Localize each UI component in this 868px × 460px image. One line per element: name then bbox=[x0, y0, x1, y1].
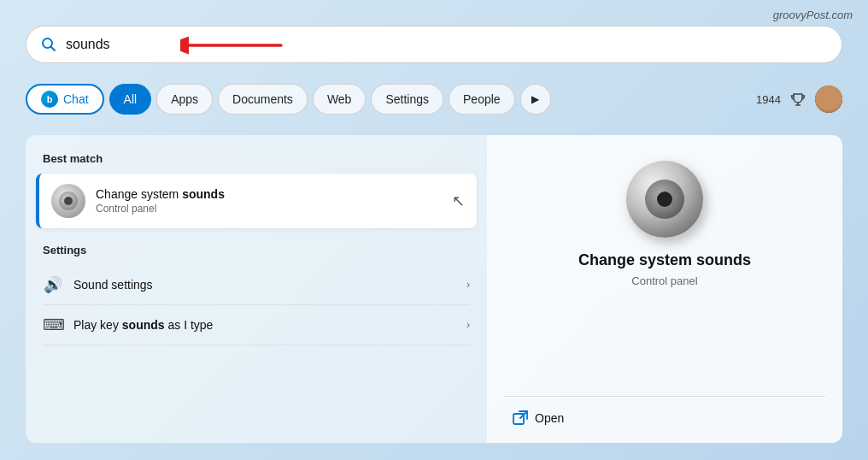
play-key-sounds-text: Play key sounds as I type bbox=[73, 318, 213, 332]
tab-people-label: People bbox=[463, 92, 501, 106]
tab-web-label: Web bbox=[327, 92, 352, 106]
notification-badge: 1944 bbox=[756, 93, 781, 106]
search-bar bbox=[26, 26, 842, 63]
open-label: Open bbox=[535, 411, 564, 425]
svg-line-1 bbox=[51, 47, 56, 51]
chevron-right-icon-1: › bbox=[466, 279, 470, 291]
preview-subtitle: Control panel bbox=[631, 274, 697, 287]
tab-apps[interactable]: Apps bbox=[156, 84, 213, 115]
tab-all[interactable]: All bbox=[109, 84, 152, 115]
tab-people[interactable]: People bbox=[449, 84, 515, 115]
settings-item-play-key-left: ⌨ Play key sounds as I type bbox=[43, 316, 213, 334]
settings-item-sound-left: 🔊 Sound settings bbox=[43, 275, 153, 294]
preview-inner-dot bbox=[657, 192, 672, 207]
settings-item-play-key[interactable]: ⌨ Play key sounds as I type › bbox=[43, 305, 470, 345]
sound-settings-icon: 🔊 bbox=[43, 275, 63, 294]
cursor-indicator: ↖ bbox=[452, 192, 465, 210]
trophy-icon bbox=[789, 91, 806, 108]
tab-documents[interactable]: Documents bbox=[218, 84, 308, 115]
main-content: Best match Change system sounds Control … bbox=[26, 135, 842, 443]
left-panel: Best match Change system sounds Control … bbox=[26, 135, 487, 443]
match-text: Change system sounds Control panel bbox=[96, 187, 442, 215]
match-title: Change system sounds bbox=[96, 187, 442, 201]
best-match-item[interactable]: Change system sounds Control panel ↖ bbox=[36, 174, 477, 228]
tabs-more-icon: ▶ bbox=[531, 93, 539, 105]
tabs-more-button[interactable]: ▶ bbox=[520, 84, 551, 115]
tab-apps-label: Apps bbox=[171, 92, 198, 106]
search-icon bbox=[40, 36, 57, 53]
settings-section: Settings 🔊 Sound settings › ⌨ Play key s… bbox=[26, 244, 487, 345]
tab-chat[interactable]: b Chat bbox=[26, 84, 104, 115]
tab-documents-label: Documents bbox=[232, 92, 293, 106]
preview-icon-large bbox=[626, 161, 703, 238]
avatar[interactable] bbox=[815, 86, 842, 113]
settings-section-label: Settings bbox=[43, 244, 470, 265]
open-external-icon bbox=[513, 410, 528, 426]
preview-divider bbox=[504, 396, 825, 397]
settings-item-sound[interactable]: 🔊 Sound settings › bbox=[43, 265, 470, 305]
tab-web[interactable]: Web bbox=[313, 84, 367, 115]
best-match-label: Best match bbox=[26, 152, 487, 174]
open-button[interactable]: Open bbox=[504, 410, 572, 426]
right-panel: Change system sounds Control panel Open bbox=[487, 135, 842, 443]
tab-settings-label: Settings bbox=[385, 92, 429, 106]
match-title-prefix: Change system bbox=[96, 187, 182, 201]
match-title-bold: sounds bbox=[182, 187, 225, 201]
system-sounds-icon bbox=[51, 184, 85, 218]
match-subtitle: Control panel bbox=[96, 203, 442, 215]
tab-chat-label: Chat bbox=[63, 92, 89, 106]
bing-chat-icon: b bbox=[41, 91, 58, 108]
tabs-right-area: 1944 bbox=[756, 86, 842, 113]
preview-title: Change system sounds bbox=[578, 251, 751, 269]
tabs-container: b Chat All Apps Documents Web Settings P… bbox=[26, 80, 842, 118]
sound-settings-text: Sound settings bbox=[73, 278, 153, 292]
search-input[interactable] bbox=[66, 37, 828, 52]
tab-settings[interactable]: Settings bbox=[371, 84, 443, 115]
avatar-face bbox=[815, 86, 842, 113]
sound-icon-inner bbox=[59, 192, 78, 210]
search-bar-container bbox=[26, 26, 842, 63]
watermark: groovyPost.com bbox=[773, 9, 853, 21]
keyboard-icon: ⌨ bbox=[43, 316, 63, 334]
chevron-right-icon-2: › bbox=[466, 319, 470, 331]
tab-all-label: All bbox=[124, 92, 138, 106]
